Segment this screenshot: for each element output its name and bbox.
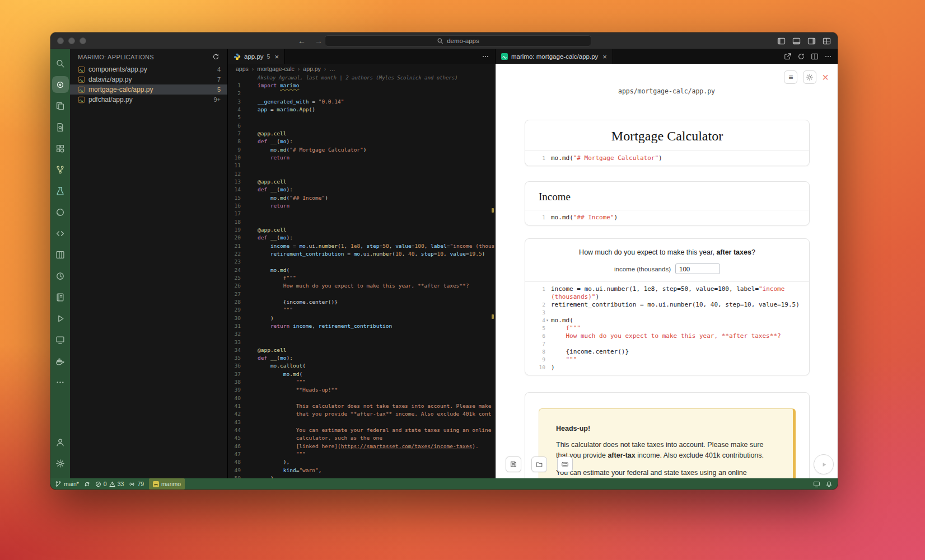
toggle-primary-sidebar-icon[interactable]: [777, 37, 786, 45]
sync-status[interactable]: [84, 478, 90, 490]
code-line: 28 {income.center()}: [228, 298, 495, 306]
code-line: 22 retirement_contribution = mo.ui.numbe…: [228, 250, 495, 258]
code-line: 7: [531, 340, 803, 348]
code-line: 17: [228, 210, 495, 218]
breadcrumb-item[interactable]: mortgage-calc: [257, 65, 295, 72]
refresh-icon[interactable]: [212, 53, 219, 60]
gear-icon[interactable]: [803, 70, 816, 84]
sidebar-item-mortgage-calc[interactable]: mortgage-calc/app.py5: [70, 84, 227, 95]
python-file-icon: [233, 53, 241, 60]
code-line: 12: [228, 170, 495, 178]
activity-bar-beaker-icon[interactable]: [52, 180, 69, 201]
activity-bar-more-icon[interactable]: [52, 371, 69, 393]
activity-bar-preview-screen-icon[interactable]: [52, 329, 69, 350]
activity-bar-layout-columns-icon[interactable]: [52, 244, 69, 265]
code-line: 37 mo.md(: [228, 370, 495, 378]
line-number: 40: [228, 394, 249, 402]
breadcrumb-item[interactable]: apps: [236, 65, 249, 72]
more-actions-icon[interactable]: [824, 53, 832, 60]
sidebar-item-components[interactable]: components/app.py4: [70, 64, 227, 74]
breadcrumb-item[interactable]: …: [329, 65, 335, 72]
activity-bar-shapes-icon[interactable]: [52, 138, 69, 159]
code-line: 16 return: [228, 202, 495, 210]
code-editor[interactable]: Akshay Agrawal, last month | 2 authors (…: [228, 74, 495, 478]
close-icon[interactable]: ×: [822, 72, 829, 83]
cell-code[interactable]: 1mo.md("# Mortgage Calculator"): [525, 150, 809, 166]
line-number: 11: [228, 162, 249, 170]
sidebar-item-dataviz[interactable]: dataviz/app.py7: [70, 74, 227, 84]
code-line: 26 How much do you expect to make this y…: [228, 282, 495, 290]
activity-bar-run-icon[interactable]: [52, 308, 69, 329]
line-number: 8: [531, 348, 545, 356]
minimize-window-button[interactable]: [68, 37, 75, 44]
notifications-bell-icon[interactable]: [826, 478, 832, 490]
git-branch-status[interactable]: main*: [55, 478, 79, 490]
breadcrumb-item[interactable]: app.py: [303, 65, 321, 72]
line-number: 46: [228, 443, 249, 450]
editor-group: app.py 5 × apps›mortgage-calc›app.py›… A…: [228, 49, 496, 478]
activity-bar-source-control-icon[interactable]: [52, 159, 69, 180]
open-external-icon[interactable]: [784, 53, 792, 60]
activity-bar-code-brackets-icon[interactable]: [52, 223, 69, 244]
toggle-secondary-sidebar-icon[interactable]: [807, 37, 816, 45]
run-button[interactable]: [814, 454, 834, 474]
editor-screen-status[interactable]: [813, 478, 820, 490]
play-icon: [820, 460, 828, 469]
tab-marimo-preview[interactable]: marimo: mortgage-calc/app.py ×: [496, 49, 613, 64]
code-line: 1mo.md("# Mortgage Calculator"): [531, 154, 803, 162]
cell-code[interactable]: 1mo.md("## Income"): [525, 210, 809, 225]
line-number: 34: [228, 346, 249, 354]
code-line: 27: [228, 290, 495, 298]
line-number: 7: [531, 340, 545, 348]
refresh-icon[interactable]: [797, 53, 805, 60]
line-number: 3: [228, 98, 249, 106]
activity-bar-github-icon[interactable]: [52, 201, 69, 223]
more-actions-icon[interactable]: [482, 53, 489, 60]
toggle-panel-icon[interactable]: [792, 37, 801, 45]
folder-button[interactable]: [531, 457, 547, 472]
activity-bar-settings-icon[interactable]: [52, 453, 69, 474]
line-number: 6: [228, 122, 249, 130]
marimo-file-icon: [78, 76, 85, 83]
save-button[interactable]: [506, 457, 521, 472]
tab-app-py[interactable]: app.py 5 ×: [228, 49, 285, 64]
income-input[interactable]: [675, 263, 720, 274]
line-number: 2: [531, 301, 545, 309]
zoom-window-button[interactable]: [80, 37, 86, 44]
line-number: 9: [531, 356, 545, 364]
activity-bar-search-icon[interactable]: [52, 53, 69, 74]
code-line: 33: [228, 338, 495, 346]
error-icon: [95, 481, 101, 487]
code-line: 10 return: [228, 154, 495, 162]
back-arrow-icon[interactable]: ←: [298, 36, 306, 45]
broadcast-status[interactable]: 79: [129, 478, 144, 490]
activity-bar-doc-search-icon[interactable]: [52, 116, 69, 138]
line-number: 27: [228, 290, 249, 298]
activity-bar-docker-icon[interactable]: [52, 350, 69, 371]
fold-chevron-icon[interactable]: ▾: [546, 317, 549, 324]
marimo-file-icon: [78, 66, 85, 73]
menu-icon[interactable]: ≡: [784, 70, 797, 84]
forward-arrow-icon[interactable]: →: [315, 36, 323, 45]
split-editor-icon[interactable]: [811, 53, 819, 60]
search-value: demo-apps: [447, 37, 479, 44]
activity-bar-history-icon[interactable]: [52, 265, 69, 286]
close-icon[interactable]: ×: [274, 53, 279, 61]
close-window-button[interactable]: [57, 37, 64, 44]
marimo-status[interactable]: marimo: [149, 478, 185, 490]
close-icon[interactable]: ×: [602, 53, 607, 61]
line-number: 9: [228, 146, 249, 154]
activity-bar-notebook-icon[interactable]: [52, 286, 69, 308]
code-line: 10): [531, 364, 803, 371]
problems-status[interactable]: 0 33: [95, 478, 124, 490]
command-center-search[interactable]: demo-apps: [325, 35, 591, 46]
sidebar-item-pdfchat[interactable]: pdfchat/app.py9+: [70, 95, 227, 105]
keyboard-shortcuts-button[interactable]: [557, 457, 573, 472]
line-number: 36: [228, 362, 249, 370]
cell-card: Mortgage Calculator 1mo.md("# Mortgage C…: [525, 120, 810, 166]
activity-bar-account-icon[interactable]: [52, 431, 69, 453]
activity-bar-explorer-icon[interactable]: [52, 95, 69, 116]
activity-bar-marimo-apps-icon[interactable]: [52, 76, 69, 93]
customize-layout-icon[interactable]: [823, 37, 831, 45]
cell-code[interactable]: 1income = mo.ui.number(1, 1e8, step=50, …: [525, 281, 809, 375]
